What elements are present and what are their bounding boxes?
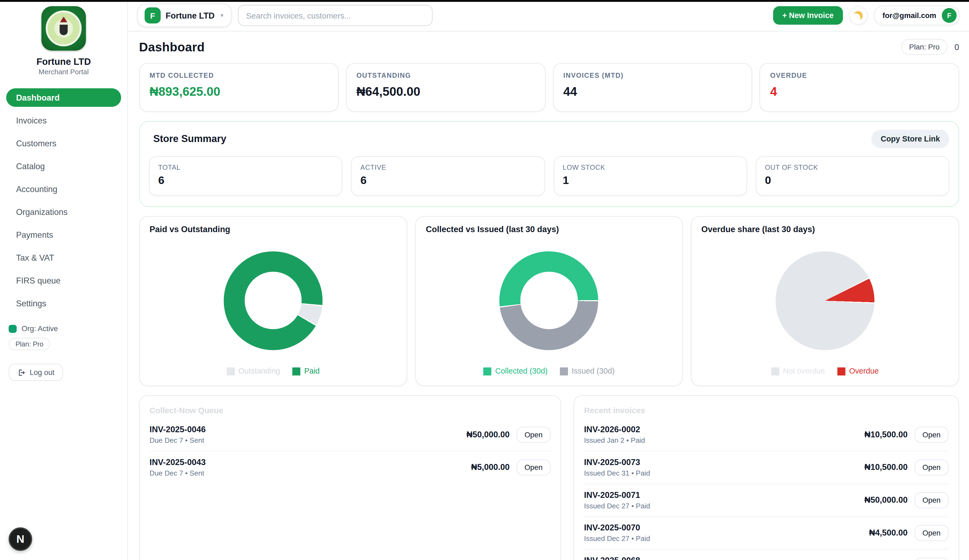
org-switcher[interactable]: F Fortune LTD ▼ bbox=[137, 4, 232, 27]
store-stat-card: OUT OF STOCK 0 bbox=[756, 156, 949, 196]
store-stat-label: LOW STOCK bbox=[563, 163, 738, 171]
charts-row: Paid vs Outstanding Outstanding Paid Col… bbox=[139, 216, 959, 386]
chevron-down-icon: ▼ bbox=[220, 13, 225, 18]
kpi-card: OVERDUE 4 bbox=[759, 63, 959, 111]
account-menu[interactable]: for@gmail.com F bbox=[874, 6, 960, 25]
legend-label: Not overdue bbox=[783, 367, 825, 376]
main-area: F Fortune LTD ▼ + New Invoice for@gmail.… bbox=[128, 0, 969, 560]
org-logo bbox=[42, 6, 86, 51]
queue-count-badge: 0 bbox=[954, 42, 959, 52]
invoice-row: INV-2025-0073 Issued Dec 31 • Paid ₦10,5… bbox=[584, 451, 949, 484]
legend-item[interactable]: Outstanding bbox=[226, 367, 280, 376]
kpi-cards: MTD COLLECTED ₦893,625.00 OUTSTANDING ₦6… bbox=[139, 63, 959, 111]
kpi-card: MTD COLLECTED ₦893,625.00 bbox=[139, 63, 339, 111]
open-invoice-button[interactable]: Open bbox=[914, 459, 949, 475]
collect-now-queue-title: Collect-Now Queue bbox=[150, 405, 551, 415]
collect-now-queue-rows: INV-2025-0046 Due Dec 7 • Sent ₦50,000.0… bbox=[150, 419, 551, 484]
nextjs-dev-badge[interactable]: N bbox=[8, 527, 32, 551]
kpi-label: OUTSTANDING bbox=[356, 71, 535, 79]
sidebar-item-settings[interactable]: Settings bbox=[6, 294, 121, 312]
logout-label: Log out bbox=[30, 368, 54, 377]
invoice-row: INV-2026-0002 Issued Jan 2 • Paid ₦10,50… bbox=[584, 419, 949, 451]
new-invoice-button[interactable]: + New Invoice bbox=[773, 6, 843, 25]
sidebar-item-customers[interactable]: Customers bbox=[6, 134, 121, 153]
account-avatar: F bbox=[942, 8, 957, 23]
invoice-id: INV-2026-0002 bbox=[584, 425, 645, 434]
chart-card: Overdue share (last 30 days) Not overdue… bbox=[691, 216, 959, 386]
legend-item[interactable]: Collected (30d) bbox=[483, 367, 548, 376]
logout-icon bbox=[17, 369, 25, 377]
legend-swatch-icon bbox=[293, 367, 301, 375]
sidebar-item-organizations[interactable]: Organizations bbox=[6, 203, 121, 221]
chart-title: Paid vs Outstanding bbox=[150, 225, 397, 234]
header-actions: + New Invoice for@gmail.com F bbox=[773, 6, 960, 25]
sidebar-item-firs-queue[interactable]: FIRS queue bbox=[6, 271, 121, 290]
legend-item[interactable]: Paid bbox=[293, 367, 320, 376]
open-invoice-button[interactable]: Open bbox=[914, 492, 949, 508]
store-summary-header: Store Summary Copy Store Link bbox=[149, 130, 949, 148]
org-status: Org: Active bbox=[8, 324, 127, 333]
store-stats: TOTAL 6 ACTIVE 6 LOW STOCK 1 OUT OF STOC… bbox=[149, 156, 949, 196]
legend-item[interactable]: Overdue bbox=[837, 367, 879, 376]
legend-item[interactable]: Issued (30d) bbox=[560, 367, 614, 376]
search-input[interactable] bbox=[238, 5, 433, 26]
kpi-label: MTD COLLECTED bbox=[150, 71, 328, 79]
invoice-id: INV-2025-0071 bbox=[584, 490, 650, 500]
sidebar-item-dashboard[interactable]: Dashboard bbox=[6, 88, 121, 107]
chart-legend: Outstanding Paid bbox=[150, 367, 397, 377]
invoice-meta: Issued Dec 31 • Paid bbox=[584, 469, 650, 477]
org-avatar: F bbox=[145, 8, 161, 24]
sidebar-item-accounting[interactable]: Accounting bbox=[6, 179, 121, 198]
invoice-id: INV-2025-0043 bbox=[150, 457, 206, 467]
store-stat-value: 0 bbox=[765, 174, 940, 187]
sidebar-item-invoices[interactable]: Invoices bbox=[6, 111, 121, 130]
store-stat-value: 1 bbox=[563, 174, 738, 187]
sidebar-nav: DashboardInvoicesCustomersCatalogAccount… bbox=[0, 88, 127, 312]
legend-swatch-icon bbox=[837, 367, 846, 375]
chart-title: Overdue share (last 30 days) bbox=[701, 225, 949, 234]
sidebar-plan-badge: Plan: Pro bbox=[8, 338, 50, 350]
kpi-card: OUTSTANDING ₦64,500.00 bbox=[346, 63, 545, 111]
window-top-edge bbox=[0, 0, 969, 2]
pie-chart bbox=[224, 251, 323, 350]
plan-badge: Plan: Pro bbox=[901, 39, 948, 55]
theme-toggle-button[interactable] bbox=[849, 6, 867, 25]
org-status-dot-icon bbox=[8, 325, 17, 333]
store-stat-card: LOW STOCK 1 bbox=[553, 156, 747, 196]
open-invoice-button[interactable]: Open bbox=[914, 525, 949, 541]
chart-legend: Not overdue Overdue bbox=[701, 367, 949, 377]
kpi-value: ₦64,500.00 bbox=[356, 85, 535, 99]
chart-plot bbox=[150, 234, 397, 367]
legend-item[interactable]: Not overdue bbox=[771, 367, 825, 376]
store-summary-card: Store Summary Copy Store Link TOTAL 6 AC… bbox=[139, 121, 959, 207]
invoice-id: INV-2025-0073 bbox=[584, 457, 650, 467]
invoice-amount: ₦5,000.00 bbox=[471, 463, 509, 472]
sidebar-item-tax-vat[interactable]: Tax & VAT bbox=[6, 248, 121, 267]
store-stat-label: ACTIVE bbox=[360, 163, 535, 171]
open-invoice-button[interactable]: Open bbox=[914, 426, 949, 442]
chart-card: Paid vs Outstanding Outstanding Paid bbox=[139, 216, 408, 386]
sidebar-item-payments[interactable]: Payments bbox=[6, 225, 121, 244]
invoice-id: INV-2025-0070 bbox=[584, 523, 650, 532]
invoice-meta: Due Dec 7 • Sent bbox=[150, 437, 206, 444]
title-row: Dashboard Plan: Pro 0 bbox=[139, 39, 959, 55]
kpi-label: INVOICES (MTD) bbox=[563, 71, 742, 79]
kpi-value: 4 bbox=[770, 85, 949, 99]
legend-label: Collected (30d) bbox=[495, 367, 548, 376]
sidebar-item-catalog[interactable]: Catalog bbox=[6, 157, 121, 175]
logout-button[interactable]: Log out bbox=[8, 364, 63, 381]
copy-store-link-button[interactable]: Copy Store Link bbox=[872, 130, 949, 148]
invoice-row: INV-2025-0071 Issued Dec 27 • Paid ₦50,0… bbox=[584, 484, 949, 517]
page-title: Dashboard bbox=[139, 40, 205, 54]
open-invoice-button[interactable]: Open bbox=[516, 426, 551, 442]
open-invoice-button[interactable]: Open bbox=[914, 557, 949, 560]
legend-label: Paid bbox=[304, 367, 320, 376]
kpi-card: INVOICES (MTD) 44 bbox=[553, 63, 752, 111]
legend-swatch-icon bbox=[226, 367, 235, 375]
open-invoice-button[interactable]: Open bbox=[516, 459, 551, 475]
recent-invoices-rows: INV-2026-0002 Issued Jan 2 • Paid ₦10,50… bbox=[584, 419, 949, 560]
store-stat-card: ACTIVE 6 bbox=[351, 156, 545, 196]
legend-swatch-icon bbox=[560, 367, 568, 375]
invoice-row: INV-2025-0046 Due Dec 7 • Sent ₦50,000.0… bbox=[150, 419, 551, 451]
invoice-meta: Issued Dec 27 • Paid bbox=[584, 535, 650, 542]
